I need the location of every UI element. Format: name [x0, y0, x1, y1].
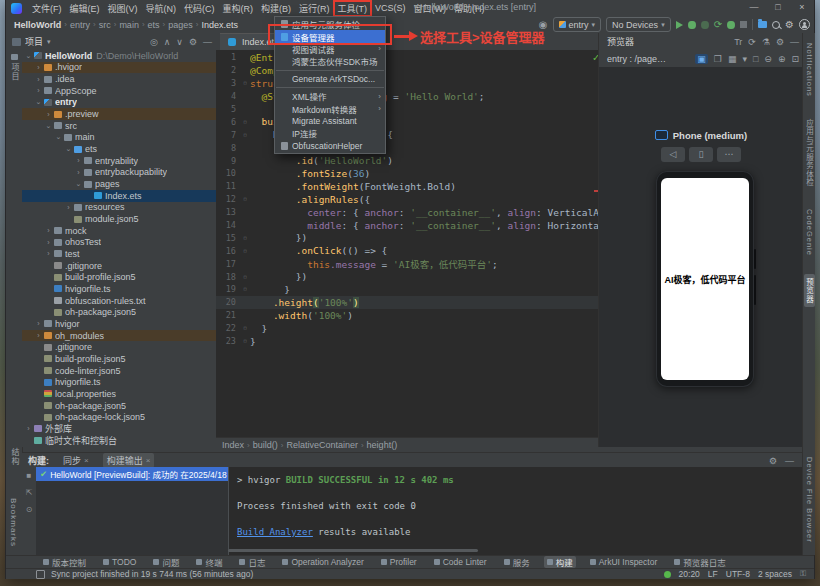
- tree-row[interactable]: › 外部库: [22, 423, 216, 435]
- fold-marker-icon[interactable]: ▫: [240, 247, 250, 255]
- tree-chevron-icon[interactable]: ›: [44, 111, 53, 118]
- project-panel-title[interactable]: 项目: [25, 35, 43, 48]
- breadcrumb-item[interactable]: ets: [148, 20, 160, 30]
- right-tab[interactable]: 应用与元服务体检: [804, 115, 815, 191]
- tools-menu-item[interactable]: XML操作 ›: [275, 90, 385, 102]
- attach-debugger-icon[interactable]: [701, 21, 709, 29]
- tool-window-button[interactable]: 版本控制: [40, 556, 89, 568]
- tree-chevron-icon[interactable]: ⌄: [44, 122, 53, 130]
- tree-row[interactable]: › resources: [22, 202, 216, 214]
- code-line[interactable]: 11 .fontWeight(FontWeight.Bold): [216, 180, 598, 193]
- experiment-icon[interactable]: ⚗: [762, 37, 770, 47]
- tab-structure-vertical[interactable]: 结构: [9, 448, 20, 466]
- chevron-down-icon[interactable]: ▾: [742, 54, 747, 64]
- fold-marker-icon[interactable]: ▫: [240, 131, 250, 139]
- fold-marker-icon[interactable]: ▫: [240, 195, 250, 203]
- tree-row[interactable]: › .hvigor: [22, 62, 216, 74]
- tool-window-button[interactable]: Operation Analyzer: [279, 556, 366, 568]
- inspect-icon[interactable]: ▣: [695, 54, 708, 64]
- build-console[interactable]: > hvigor BUILD SUCCESSFUL in 12 s 402 ms…: [228, 467, 802, 555]
- device-type-label[interactable]: Phone (medium): [599, 130, 803, 141]
- menu-item[interactable]: 构建(B): [257, 1, 295, 16]
- tools-menu-item[interactable]: ObfuscationHelper: [275, 140, 385, 152]
- tree-chevron-icon[interactable]: ›: [44, 239, 53, 246]
- frame-select-icon[interactable]: □: [753, 54, 758, 64]
- code-line[interactable]: 9 .id('HelloWorld'): [216, 154, 598, 167]
- tree-chevron-icon[interactable]: ⌄: [74, 180, 83, 188]
- build-tab[interactable]: 构建输出 ×: [103, 453, 155, 468]
- breadcrumb-item[interactable]: main: [119, 20, 139, 30]
- fold-marker-icon[interactable]: ▫: [240, 79, 250, 87]
- tree-chevron-icon[interactable]: ›: [24, 425, 33, 432]
- close-button[interactable]: ×: [790, 0, 814, 15]
- tree-row[interactable]: 临时文件和控制台: [22, 435, 216, 447]
- export-icon[interactable]: ⇱: [26, 488, 33, 497]
- panel-settings-icon[interactable]: ⚙: [189, 37, 197, 47]
- menu-item[interactable]: VCS(S): [371, 2, 410, 14]
- tree-chevron-icon[interactable]: ⌄: [64, 145, 73, 153]
- menu-item[interactable]: 代码(C): [180, 1, 219, 16]
- tree-row[interactable]: › hvigor: [22, 318, 216, 330]
- tool-window-button[interactable]: Profiler: [378, 556, 420, 568]
- tab-bookmarks-vertical[interactable]: Bookmarks: [9, 498, 18, 547]
- console-scrollbar[interactable]: [228, 549, 478, 552]
- tree-chevron-icon[interactable]: ›: [34, 332, 43, 339]
- menu-item[interactable]: 导航(N): [142, 1, 181, 16]
- tree-chevron-icon[interactable]: ›: [44, 227, 53, 234]
- rotate-left-button[interactable]: ◁: [661, 147, 685, 162]
- tree-row[interactable]: ⌄ entry: [22, 97, 216, 109]
- code-line[interactable]: 16 ▫ .onClick(() => {: [216, 244, 598, 257]
- tree-row[interactable]: oh-package.json5: [22, 306, 216, 318]
- search-everywhere-icon[interactable]: [772, 21, 780, 29]
- previewer-settings-icon[interactable]: ⚙: [776, 37, 784, 47]
- tree-chevron-icon[interactable]: ›: [34, 64, 43, 71]
- breadcrumb-item[interactable]: src: [99, 20, 111, 30]
- tools-menu-item[interactable]: Migrate Assistant: [275, 115, 385, 127]
- debug-button[interactable]: [688, 21, 696, 29]
- grid-view-icon[interactable]: ▦: [728, 54, 737, 64]
- module-selector[interactable]: entry ▾: [553, 17, 602, 32]
- tree-chevron-icon[interactable]: ›: [44, 250, 53, 257]
- tree-row[interactable]: module.json5: [22, 213, 216, 225]
- tree-row[interactable]: code-linter.json5: [22, 365, 216, 377]
- hide-panel-icon[interactable]: —: [203, 37, 212, 47]
- more-options-button[interactable]: ⋯: [717, 147, 741, 162]
- chevron-down-icon[interactable]: ▾: [47, 38, 51, 46]
- tool-window-button[interactable]: ArkUI Inspector: [587, 556, 661, 568]
- menu-item[interactable]: 运行(R): [295, 1, 334, 16]
- zoom-out-icon[interactable]: ⊖: [764, 54, 772, 64]
- phone-screen[interactable]: AI极客，低代码平台: [661, 178, 749, 380]
- tool-window-button[interactable]: 构建: [544, 556, 576, 568]
- refresh-icon[interactable]: ⟳: [748, 37, 756, 47]
- tree-row[interactable]: ⌄ HelloWorld D:\Demo\HelloWorld: [22, 50, 216, 62]
- hide-previewer-icon[interactable]: —: [790, 37, 799, 47]
- tools-menu-item[interactable]: IP连接: [275, 127, 385, 139]
- tool-window-button[interactable]: TODO: [100, 556, 139, 568]
- tree-row[interactable]: ⌄ pages: [22, 178, 216, 190]
- fold-marker-icon[interactable]: ▫: [240, 118, 250, 126]
- tree-row[interactable]: .gitignore: [22, 260, 216, 272]
- tree-row[interactable]: › ohosTest: [22, 237, 216, 249]
- orientation-button[interactable]: ▯: [689, 147, 713, 162]
- close-tab-icon[interactable]: ×: [146, 456, 151, 465]
- menu-item[interactable]: 编辑(E): [66, 1, 104, 16]
- tree-row[interactable]: hvigorfile.ts: [22, 376, 216, 388]
- tree-row[interactable]: › test: [22, 248, 216, 260]
- hide-build-panel-icon[interactable]: —: [785, 456, 794, 466]
- run-button[interactable]: [676, 21, 683, 29]
- tools-menu-item[interactable]: 鸿蒙生态伙伴SDK市场: [275, 55, 385, 67]
- right-tab[interactable]: Device File Browser: [805, 453, 814, 547]
- close-tab-icon[interactable]: ×: [84, 456, 89, 465]
- text-size-icon[interactable]: Tr: [734, 37, 742, 47]
- tree-row[interactable]: hvigorfile.ts: [22, 283, 216, 295]
- tool-window-button[interactable]: Code Linter: [431, 556, 490, 568]
- tab-project-vertical[interactable]: 项目: [9, 54, 20, 81]
- restart-preview-icon[interactable]: ⟳: [714, 16, 722, 33]
- tool-window-button[interactable]: 日志: [236, 556, 268, 568]
- tree-row[interactable]: › AppScope: [22, 85, 216, 97]
- status-item[interactable]: 20:20: [679, 569, 700, 579]
- code-line[interactable]: 19 ▫ }: [216, 283, 598, 296]
- tree-chevron-icon[interactable]: ⌄: [54, 133, 63, 141]
- code-line[interactable]: 14 middle: { anchor: '__container__', al…: [216, 219, 598, 232]
- account-icon[interactable]: [799, 19, 810, 30]
